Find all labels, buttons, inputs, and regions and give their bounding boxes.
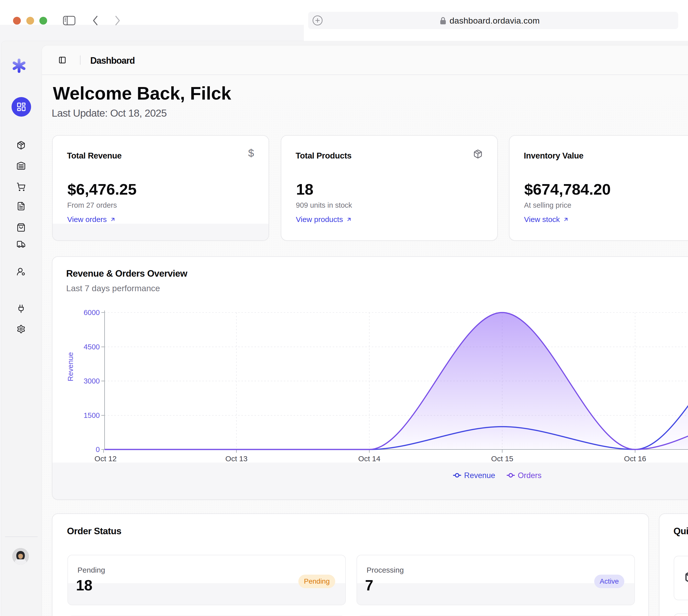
- svg-text:6000: 6000: [84, 308, 100, 316]
- svg-text:1500: 1500: [84, 411, 100, 419]
- svg-text:4500: 4500: [84, 343, 100, 351]
- svg-text:Orders: Orders: [518, 471, 541, 480]
- svg-text:Oct 15: Oct 15: [491, 455, 513, 463]
- svg-text:Revenue: Revenue: [66, 352, 74, 381]
- svg-text:0: 0: [96, 445, 100, 454]
- svg-text:3000: 3000: [84, 377, 100, 385]
- svg-text:Oct 16: Oct 16: [624, 455, 646, 463]
- svg-text:Oct 12: Oct 12: [94, 455, 117, 463]
- svg-text:Revenue: Revenue: [464, 471, 495, 480]
- svg-text:Oct 14: Oct 14: [358, 455, 380, 463]
- svg-text:Oct 13: Oct 13: [225, 455, 247, 463]
